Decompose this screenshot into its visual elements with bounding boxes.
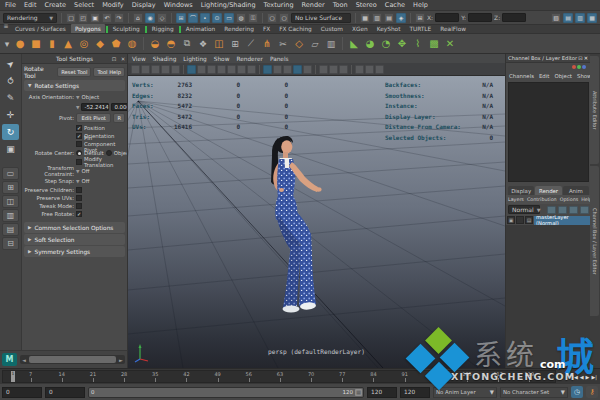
pin-component-pivot-checkbox[interactable] bbox=[76, 141, 82, 147]
exposure-icon[interactable] bbox=[319, 65, 328, 74]
polygon-cone-icon[interactable]: ▲ bbox=[61, 36, 75, 51]
smooth-target-icon[interactable]: ◕ bbox=[363, 36, 377, 51]
render-layer-row[interactable]: ▣ ▤ masterLayer (Normal) bbox=[506, 215, 591, 225]
use-all-lights-icon[interactable] bbox=[217, 65, 226, 74]
shelf-tab-fx-caching[interactable]: FX Caching bbox=[275, 24, 316, 33]
viewport-3d-area[interactable]: Verts:276300 Edges:823200 Faces:547200 T… bbox=[128, 76, 505, 368]
z-channel-icon[interactable] bbox=[582, 65, 586, 69]
range-end-handle[interactable]: 120 bbox=[343, 388, 354, 397]
mirror-icon[interactable]: ◫ bbox=[212, 36, 226, 51]
shelf-tab-polygons[interactable]: Polygons bbox=[71, 24, 105, 33]
range-slider-track[interactable]: 0 120 ▦ bbox=[88, 387, 364, 398]
animation-start-field[interactable]: 0 bbox=[2, 387, 42, 398]
playback-start-field[interactable]: 0 bbox=[45, 387, 85, 398]
film-gate-icon[interactable] bbox=[375, 65, 384, 74]
shelf-tab-realflow[interactable]: RealFlow bbox=[436, 24, 470, 33]
go-to-end-icon[interactable]: ▶| bbox=[591, 374, 597, 380]
range-start-handle[interactable]: 0 bbox=[91, 388, 95, 397]
channel-box-list[interactable] bbox=[508, 82, 589, 182]
move-tool-icon[interactable]: ✛ bbox=[2, 107, 19, 123]
rotate-y-field[interactable]: 0.0000 bbox=[111, 103, 128, 111]
blend-mode-dropdown[interactable]: Normal▼ bbox=[508, 205, 540, 214]
menu-render[interactable]: Render bbox=[302, 1, 325, 9]
close-panel-icon[interactable]: ✕ bbox=[584, 55, 588, 61]
tab-attribute-editor[interactable]: Attribute Editor bbox=[590, 56, 599, 164]
polygon-torus-icon[interactable]: ◎ bbox=[77, 36, 91, 51]
options-menu[interactable]: Options bbox=[560, 197, 579, 202]
perspective-viewport[interactable]: View Shading Lighting Show Renderer Pane… bbox=[128, 54, 505, 368]
layout-persp-outliner-icon[interactable]: ▥ bbox=[2, 209, 19, 222]
position-checkbox[interactable]: ✓ bbox=[76, 125, 82, 131]
y-channel-icon[interactable] bbox=[577, 65, 581, 69]
menu-cache[interactable]: Cache bbox=[385, 1, 405, 9]
new-scene-icon[interactable]: ▢ bbox=[66, 13, 76, 23]
isolate-select-icon[interactable] bbox=[283, 65, 292, 74]
reset-pivot-button[interactable]: R bbox=[113, 113, 125, 123]
shelf-tab-fx[interactable]: FX bbox=[259, 24, 274, 33]
menu-modify[interactable]: Modify bbox=[102, 1, 124, 9]
view-transform-icon[interactable] bbox=[339, 65, 348, 74]
panel-menu-renderer[interactable]: Renderer bbox=[236, 56, 262, 62]
menu-help[interactable]: Help bbox=[413, 1, 428, 9]
character-set-dropdown[interactable]: No Character Set▼ bbox=[500, 387, 568, 398]
layer-snapshot-icon[interactable]: ▤ bbox=[525, 216, 533, 224]
layout-two-pane-icon[interactable]: ◫ bbox=[2, 195, 19, 208]
shelf-tab-rigging[interactable]: Rigging bbox=[148, 24, 178, 33]
contribution-menu[interactable]: Contribution bbox=[527, 197, 557, 202]
make-live-icon[interactable]: ◍ bbox=[236, 13, 246, 23]
axis-orientation-value[interactable]: Object bbox=[81, 94, 99, 100]
lock-icon[interactable]: ⚿ bbox=[248, 13, 258, 23]
smooth-icon[interactable]: ❖ bbox=[196, 36, 210, 51]
open-scene-icon[interactable]: ◰ bbox=[78, 13, 88, 23]
auto-keyframe-icon[interactable]: ⚷ bbox=[586, 386, 598, 398]
launch-render-icon[interactable]: ◈ bbox=[396, 13, 406, 23]
object-menu[interactable]: Object bbox=[554, 73, 572, 79]
layer-visibility-icon[interactable]: ▣ bbox=[507, 216, 515, 224]
lasso-select-tool-icon[interactable]: ⥀ bbox=[2, 73, 19, 89]
tab-render[interactable]: Render bbox=[535, 186, 561, 195]
scroll-right-icon[interactable]: ► bbox=[117, 357, 125, 363]
close-panel-icon[interactable]: ✕ bbox=[119, 55, 127, 63]
layers-menu[interactable]: Layers bbox=[508, 197, 524, 202]
symmetry-settings-section[interactable]: ▶ Symmetry Settings bbox=[24, 246, 125, 257]
panel-menu-lighting[interactable]: Lighting bbox=[183, 56, 206, 62]
rotate-center-default-radio[interactable] bbox=[76, 150, 82, 156]
live-surface-field[interactable]: No Live Surface bbox=[291, 13, 351, 23]
panel-menu-panels[interactable]: Panels bbox=[270, 56, 289, 62]
orientation-checkbox[interactable]: ✓ bbox=[76, 133, 82, 139]
grease-pencil-icon[interactable] bbox=[355, 65, 364, 74]
polygon-cylinder-icon[interactable]: ▮ bbox=[45, 36, 59, 51]
rotate-tool-icon[interactable]: ↻ bbox=[2, 124, 19, 140]
playback-end-field[interactable]: 120 bbox=[367, 387, 397, 398]
shelf-tab-sculpting[interactable]: Sculpting bbox=[109, 24, 144, 33]
polygon-plane-icon[interactable]: ◆ bbox=[93, 36, 107, 51]
xyz-mode-icon[interactable]: ⊞ bbox=[415, 13, 425, 23]
animation-end-field[interactable]: 120 bbox=[400, 387, 430, 398]
create-layer-from-selected-icon[interactable] bbox=[558, 206, 567, 214]
modify-translation-checkbox[interactable] bbox=[76, 159, 82, 165]
save-scene-icon[interactable]: ▣ bbox=[90, 13, 100, 23]
layout-four-pane-icon[interactable]: ⊞ bbox=[2, 181, 19, 194]
joints-xray-icon[interactable] bbox=[303, 65, 312, 74]
common-selection-options-section[interactable]: ▶ Common Selection Options bbox=[24, 222, 125, 233]
edit-menu[interactable]: Edit bbox=[539, 73, 549, 79]
depth-of-field-icon[interactable] bbox=[273, 65, 282, 74]
shelf-tab-rendering[interactable]: Rendering bbox=[220, 24, 258, 33]
soft-selection-section[interactable]: ▶ Soft Selection bbox=[24, 234, 125, 245]
combine-icon[interactable]: ◒ bbox=[148, 36, 162, 51]
shelf-tab-menu-icon[interactable]: ≡ bbox=[2, 18, 10, 33]
preserve-uvs-checkbox[interactable] bbox=[76, 195, 82, 201]
chevron-down-icon[interactable]: ▼ bbox=[76, 169, 79, 174]
render-current-frame-icon[interactable]: ▦ bbox=[360, 13, 370, 23]
render-settings-icon[interactable]: ▤ bbox=[384, 13, 394, 23]
shelf-tab-turtle[interactable]: TURTLE bbox=[405, 24, 435, 33]
go-to-start-icon[interactable]: |◀ bbox=[572, 374, 578, 380]
tool-settings-titlebar[interactable]: Tool Settings ⊡ ✕ bbox=[22, 54, 127, 64]
snap-view-plane-icon[interactable]: ▭ bbox=[224, 13, 234, 23]
shaded-icon[interactable] bbox=[197, 65, 206, 74]
wireframe-icon[interactable] bbox=[187, 65, 196, 74]
edit-pivot-button[interactable]: Edit Pivot bbox=[76, 113, 111, 123]
tab-channel-box-layer-editor[interactable]: Channel Box / Layer Editor bbox=[590, 166, 599, 316]
multisample-icon[interactable] bbox=[263, 65, 272, 74]
polygon-disc-icon[interactable]: ⬟ bbox=[109, 36, 123, 51]
